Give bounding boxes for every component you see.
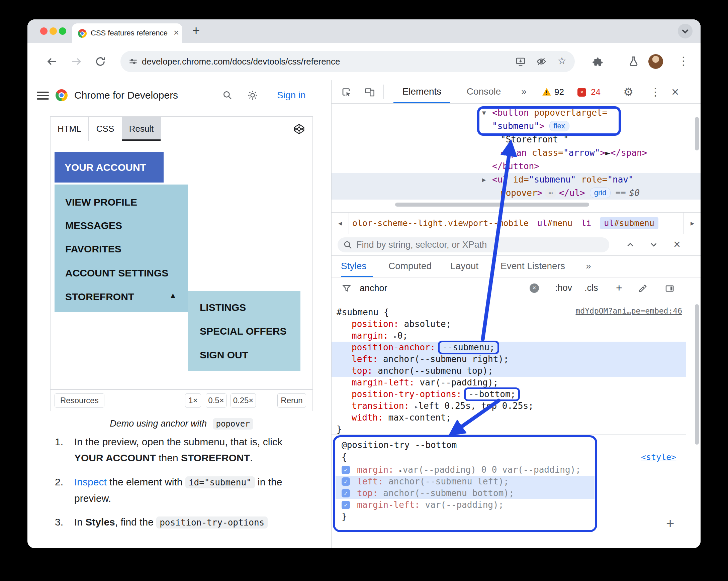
crumb-ul-menu[interactable]: ul#menu xyxy=(537,218,572,228)
codepen-icon[interactable] xyxy=(293,123,305,135)
expand-children-icon[interactable]: ⋯ xyxy=(545,188,556,198)
submenu-item-listings[interactable]: LISTINGS xyxy=(200,299,246,316)
install-icon[interactable] xyxy=(515,56,526,67)
declaration-checkbox[interactable]: ✓ xyxy=(342,477,350,486)
dom-node-button-close[interactable]: </button> xyxy=(332,160,701,173)
browser-tab[interactable]: CSS features reference | Chr × xyxy=(72,23,182,43)
more-tabs-icon[interactable]: » xyxy=(517,80,530,104)
error-count[interactable]: 24 xyxy=(591,80,601,104)
tab-close-icon[interactable]: × xyxy=(174,23,179,43)
device-toolbar-icon[interactable] xyxy=(364,87,375,97)
submenu-item-special-offers[interactable]: SPECIAL OFFERS xyxy=(200,323,286,340)
declaration-checkbox[interactable]: ✓ xyxy=(342,489,350,497)
css-declaration[interactable]: positionabsolute; xyxy=(332,318,686,330)
menu-item-account-settings[interactable]: ACCOUNT SETTINGS xyxy=(65,265,168,281)
settings-gear-icon[interactable]: ⚙ xyxy=(623,80,633,104)
css-declaration-position-anchor[interactable]: position-anchor--submenu; xyxy=(332,342,686,353)
crumb-li[interactable]: li xyxy=(581,218,591,228)
declaration-checkbox[interactable]: ✓ xyxy=(342,466,350,474)
traffic-light-minimize[interactable] xyxy=(50,27,57,35)
inspect-link[interactable]: Inspect xyxy=(74,476,107,488)
extensions-puzzle-icon[interactable] xyxy=(592,56,603,68)
inspect-element-icon[interactable] xyxy=(341,87,352,97)
back-icon[interactable] xyxy=(46,55,58,67)
resources-button[interactable]: Resources xyxy=(55,393,104,408)
crumb-scroll-left-icon[interactable]: ◂ xyxy=(332,213,349,234)
toggle-hover-state-button[interactable]: :hov xyxy=(555,277,572,299)
style-source-link[interactable]: <style> xyxy=(641,452,676,462)
filter-input[interactable] xyxy=(360,277,487,299)
search-icon[interactable] xyxy=(222,90,233,101)
expand-icon[interactable]: ▸ xyxy=(399,467,402,474)
warning-count[interactable]: 92 xyxy=(554,80,564,104)
css-declaration[interactable]: margin▸0; xyxy=(332,330,686,342)
find-previous-icon[interactable] xyxy=(625,240,635,250)
dom-node-span[interactable]: <span class="arrow">►</span> xyxy=(332,146,701,160)
error-icon[interactable]: × xyxy=(577,88,586,96)
reload-icon[interactable] xyxy=(94,55,106,67)
browser-menu-kebab-icon[interactable]: ⋮ xyxy=(678,43,689,80)
scale-1x-button[interactable]: 1× xyxy=(185,393,201,408)
dock-right-icon[interactable] xyxy=(665,283,674,294)
css-declaration[interactable]: ✓topanchor(--submenu bottom); xyxy=(336,488,595,499)
at-rule-header[interactable]: @position-try --bottom xyxy=(342,440,457,450)
css-declaration[interactable]: ✓margin▸var(--padding) 0 0 var(--padding… xyxy=(336,464,595,476)
scale-05x-button[interactable]: 0.5× xyxy=(206,393,227,408)
tab-html[interactable]: HTML xyxy=(51,117,89,141)
rule-source-link[interactable]: mdYdpOM?ani…pe=embed:46 xyxy=(576,307,682,315)
site-brand-title[interactable]: Chrome for Developers xyxy=(74,80,178,110)
find-field[interactable] xyxy=(338,237,609,252)
brush-icon[interactable] xyxy=(638,283,648,294)
tab-search-button[interactable] xyxy=(678,24,693,38)
find-next-icon[interactable] xyxy=(649,240,659,250)
grid-badge[interactable]: grid xyxy=(590,188,611,198)
rerun-button[interactable]: Rerun xyxy=(277,393,306,408)
css-declaration[interactable]: leftanchor(--submenu right); xyxy=(332,353,686,365)
dom-node-ul-submenu-wrap[interactable]: popover>⋯</ul>grid==$0 xyxy=(332,186,701,200)
menu-item-storefront[interactable]: STOREFRONT xyxy=(65,288,134,305)
forward-icon[interactable] xyxy=(70,55,82,67)
css-declaration-position-try-options[interactable]: position-try-options--bottom; xyxy=(332,388,686,400)
storefront-expand-icon[interactable]: ▲ xyxy=(169,291,177,300)
submenu-item-sign-out[interactable]: SIGN OUT xyxy=(200,347,248,363)
new-tab-button[interactable]: + xyxy=(192,19,200,43)
devtools-kebab-icon[interactable]: ⋮ xyxy=(650,80,661,104)
css-declaration[interactable]: topanchor(--submenu top); xyxy=(332,365,686,377)
find-input[interactable] xyxy=(356,237,601,252)
styles-vertical-scrollbar[interactable] xyxy=(695,304,699,445)
eye-off-icon[interactable] xyxy=(536,56,547,67)
traffic-light-zoom[interactable] xyxy=(59,27,66,35)
theme-sun-icon[interactable] xyxy=(247,90,258,101)
horizontal-scrollbar[interactable] xyxy=(395,202,589,206)
more-panes-icon[interactable]: » xyxy=(586,256,591,277)
chrome-logo[interactable] xyxy=(55,89,68,101)
css-declaration[interactable]: margin-leftvar(--padding); xyxy=(332,377,686,388)
tab-css[interactable]: CSS xyxy=(89,117,122,141)
tab-layout[interactable]: Layout xyxy=(450,256,478,277)
declaration-checkbox[interactable]: ✓ xyxy=(342,501,350,509)
traffic-light-close[interactable] xyxy=(40,27,48,35)
warning-icon[interactable] xyxy=(542,87,552,96)
expand-icon[interactable]: ▸ xyxy=(393,333,397,340)
crumb-body-classes[interactable]: olor-scheme--light.viewport--mobile xyxy=(352,218,528,228)
profile-avatar[interactable] xyxy=(648,54,663,69)
bookmark-star-icon[interactable]: ☆ xyxy=(557,55,568,65)
tab-computed[interactable]: Computed xyxy=(388,256,432,277)
tab-elements[interactable]: Elements xyxy=(393,80,450,104)
dom-vertical-scrollbar[interactable] xyxy=(695,117,699,150)
address-bar[interactable]: developer.chrome.com/docs/devtools/css/r… xyxy=(121,51,575,72)
expand-icon[interactable]: ▶ xyxy=(482,173,486,186)
css-declaration[interactable]: ✓margin-leftvar(--padding); xyxy=(336,499,595,511)
expand-icon[interactable]: ▸ xyxy=(415,403,418,410)
labs-flask-icon[interactable] xyxy=(628,55,640,67)
tab-result[interactable]: Result xyxy=(122,117,161,141)
add-style-rule-button[interactable]: + xyxy=(666,516,674,532)
find-close-icon[interactable]: × xyxy=(673,234,680,256)
menu-item-favorites[interactable]: FAVORITES xyxy=(65,241,122,257)
crumb-scroll-right-icon[interactable]: ▸ xyxy=(683,213,701,234)
scale-025x-button[interactable]: 0.25× xyxy=(231,393,256,408)
tab-styles[interactable]: Styles xyxy=(341,256,366,277)
site-settings-icon[interactable] xyxy=(128,56,138,67)
toggle-classes-button[interactable]: .cls xyxy=(584,277,598,299)
tab-event-listeners[interactable]: Event Listeners xyxy=(500,256,565,277)
